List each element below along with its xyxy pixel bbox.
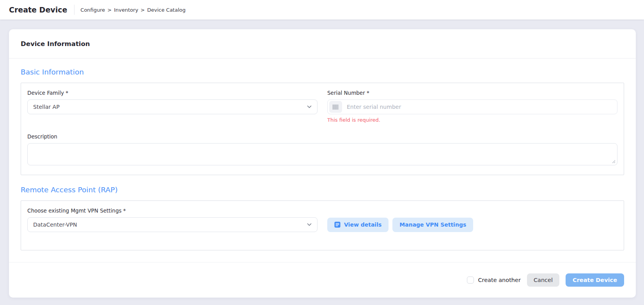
serial-number-error: This field is required. — [327, 117, 617, 123]
chevron-down-icon — [307, 223, 312, 226]
basic-information-heading: Basic Information — [21, 68, 624, 76]
basic-information-fieldset: Device Family * Stellar AP Serial Number… — [21, 83, 624, 175]
breadcrumb: Configure > Inventory > Device Catalog — [80, 7, 185, 13]
device-family-field: Device Family * Stellar AP — [27, 90, 318, 123]
vpn-settings-selected-value: DataCenter-VPN — [33, 222, 77, 228]
device-family-label: Device Family * — [27, 90, 318, 96]
page-title: Create Device — [9, 5, 67, 14]
create-another-row: Create another — [467, 277, 521, 284]
list-details-icon — [334, 222, 341, 228]
create-device-page: Create Device Configure > Inventory > De… — [0, 0, 644, 305]
top-bar: Create Device Configure > Inventory > De… — [0, 0, 644, 20]
card-title: Device Information — [21, 40, 90, 48]
resize-handle-icon[interactable] — [612, 160, 616, 163]
breadcrumb-separator: > — [140, 7, 145, 13]
serial-number-input[interactable] — [342, 104, 617, 110]
serial-number-label: Serial Number * — [327, 90, 617, 96]
cancel-button[interactable]: Cancel — [527, 273, 559, 287]
vpn-settings-select[interactable]: DataCenter-VPN — [27, 217, 318, 232]
title-divider — [74, 5, 75, 15]
device-family-select[interactable]: Stellar AP — [27, 99, 318, 114]
create-device-button[interactable]: Create Device — [566, 273, 624, 287]
breadcrumb-item-configure[interactable]: Configure — [80, 7, 105, 13]
description-field: Description — [27, 133, 617, 165]
basic-field-grid: Device Family * Stellar AP Serial Number… — [27, 90, 617, 123]
serial-number-input-group — [327, 99, 617, 114]
create-another-checkbox[interactable] — [467, 277, 474, 284]
manage-vpn-settings-button[interactable]: Manage VPN Settings — [392, 218, 473, 232]
serial-number-field: Serial Number * — [327, 90, 617, 123]
breadcrumb-item-inventory[interactable]: Inventory — [114, 7, 138, 13]
card-body: Basic Information Device Family * Stella… — [9, 68, 636, 250]
description-label: Description — [27, 133, 617, 140]
view-details-button[interactable]: View details — [327, 218, 389, 232]
breadcrumb-item-device-catalog[interactable]: Device Catalog — [147, 7, 186, 13]
vpn-settings-label: Choose existing Mgmt VPN Settings * — [27, 207, 617, 214]
description-textarea-wrap — [27, 143, 617, 165]
barcode-icon — [329, 101, 342, 113]
card-header: Device Information — [9, 29, 636, 59]
description-textarea[interactable] — [27, 143, 617, 165]
vpn-buttons-group: View details Manage VPN Settings — [327, 218, 473, 232]
card-footer: Create another Cancel Create Device — [9, 262, 636, 298]
chevron-down-icon — [307, 105, 312, 108]
breadcrumb-separator: > — [107, 7, 112, 13]
vpn-settings-row: DataCenter-VPN — [27, 217, 617, 232]
device-family-selected-value: Stellar AP — [33, 104, 60, 110]
device-information-card: Device Information Basic Information Dev… — [9, 29, 636, 298]
manage-vpn-settings-label: Manage VPN Settings — [399, 222, 466, 228]
rap-heading: Remote Access Point (RAP) — [21, 186, 624, 194]
rap-fieldset: Choose existing Mgmt VPN Settings * Data… — [21, 200, 624, 250]
view-details-label: View details — [344, 222, 381, 228]
create-another-label[interactable]: Create another — [478, 277, 521, 283]
